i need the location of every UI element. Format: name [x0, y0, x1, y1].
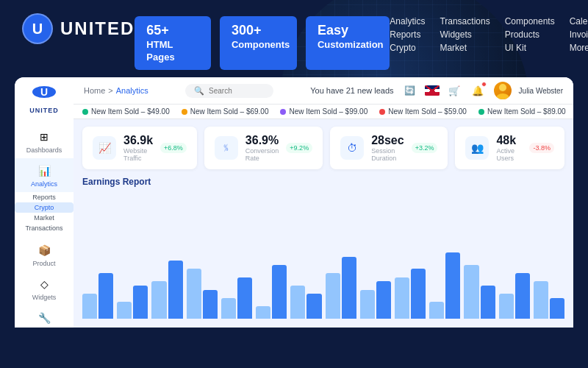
nav-invoice[interactable]: Invoice — [570, 29, 588, 40]
stat-icon: ﹪ — [215, 136, 238, 160]
stat-card: ⏱ 28sec Session Duration +3.2% — [330, 127, 448, 169]
logo-name: UNITED — [60, 18, 135, 39]
chart-bar-group — [290, 286, 321, 319]
nav-more[interactable]: More... — [570, 43, 588, 53]
sidebar-item-widgets[interactable]: ◇ Widgets — [15, 272, 74, 305]
feature-badge-0: 65+ HTML Pages — [135, 16, 211, 70]
chart-bar-group — [499, 273, 530, 319]
sidebar-logo-text: UNITED — [29, 107, 59, 114]
features-row: 65+ HTML Pages 300+ Components Easy Cust… — [135, 16, 390, 70]
nav-calendar[interactable]: Calendar — [570, 16, 588, 26]
new-leads-text: You have 21 new leads — [310, 86, 393, 95]
notification-button[interactable]: 🔔 — [469, 82, 487, 99]
earnings-section: Earnings Report — [74, 177, 573, 328]
nav-reports[interactable]: Reports — [390, 29, 425, 40]
chart-bar — [499, 294, 514, 319]
chart-area — [82, 191, 564, 322]
chart-bar — [133, 286, 148, 319]
notification-dot — [481, 82, 487, 87]
main-content: U UNITED ⊞ Dashboards 📊 Analytics Report… — [15, 77, 573, 328]
ticker-item: New Item Sold – $49.00 — [82, 107, 170, 116]
nav-crypto[interactable]: Crypto — [390, 43, 425, 53]
sidebar-item-dashboards[interactable]: ⊞ Dashboards — [15, 124, 74, 158]
stats-row: 📈 36.9k Website Traffic +6.8% ﹪ 36.9% Co… — [74, 119, 573, 177]
stat-label: Conversion Rate — [245, 147, 279, 162]
svg-point-1 — [496, 93, 509, 99]
earnings-title: Earnings Report — [82, 177, 564, 187]
chart-bar — [342, 257, 356, 319]
chart-bar — [429, 302, 444, 319]
stat-icon: 📈 — [93, 136, 116, 160]
nav-ui-kit[interactable]: UI Kit — [505, 43, 555, 53]
ticker-dot — [478, 109, 484, 115]
cart-button[interactable]: 🛒 — [445, 82, 463, 99]
svg-point-0 — [499, 84, 506, 91]
sidebar-item-settings[interactable]: 🔧 — [15, 305, 74, 328]
breadcrumb-home[interactable]: Home — [84, 86, 105, 95]
nav-col-0: Analytics Reports Crypto — [390, 16, 425, 53]
chart-bar — [117, 302, 132, 319]
stat-change: +3.2% — [412, 143, 438, 153]
search-box[interactable]: 🔍 — [185, 84, 273, 98]
ticker-text: New Item Sold – $59.00 — [388, 107, 467, 116]
chart-bar — [256, 306, 270, 319]
chart-bar-group — [395, 269, 426, 319]
ticker-bar: New Item Sold – $49.00 New Item Sold – $… — [74, 105, 573, 119]
sidebar-item-analytics[interactable]: 📊 Analytics — [15, 158, 74, 192]
chart-bar-group — [151, 261, 182, 319]
chart-bar — [395, 277, 409, 319]
avatar-image — [494, 82, 512, 99]
nav-market[interactable]: Market — [440, 43, 490, 53]
sidebar-sub-market[interactable]: Market — [15, 213, 74, 223]
nav-col-1: Transactions Widgets Market — [440, 16, 490, 53]
chart-bar — [272, 265, 287, 319]
chart-bar — [168, 261, 183, 319]
sidebar-product-label: Product — [32, 260, 55, 267]
ticker-item: New Item Sold – $69.00 — [182, 107, 269, 116]
ticker-dot — [182, 109, 187, 115]
dashboard-area: Home > Analytics 🔍 You have 21 new leads… — [74, 77, 573, 328]
nav-analytics[interactable]: Analytics — [390, 16, 425, 26]
chart-bar — [237, 277, 252, 319]
nav-widgets[interactable]: Widgets — [440, 29, 490, 40]
ticker-dot — [82, 109, 88, 115]
settings-icon: 🔧 — [36, 310, 52, 326]
sidebar-sub-crypto[interactable]: Crypto — [15, 202, 74, 213]
sidebar-sub-reports[interactable]: Reports — [15, 192, 74, 202]
chart-bar — [151, 281, 166, 319]
feature-badge-2: Easy Customization — [306, 16, 390, 70]
ticker-item: New Item Sold – $59.00 — [379, 107, 467, 116]
ticker-text: New Item Sold – $49.00 — [91, 107, 170, 116]
chart-bar-group — [117, 286, 148, 319]
nav-products[interactable]: Products — [505, 29, 555, 40]
nav-components[interactable]: Components — [505, 16, 555, 26]
nav-transactions[interactable]: Transactions — [440, 16, 490, 26]
stat-change: +9.2% — [286, 143, 312, 153]
sidebar-dashboards-label: Dashboards — [26, 146, 62, 154]
refresh-button[interactable]: 🔄 — [401, 82, 419, 99]
chart-bar-group — [82, 273, 113, 319]
chart-bar — [187, 269, 201, 319]
stat-value: 28sec — [371, 134, 404, 147]
logo-icon: U — [22, 13, 53, 44]
search-input[interactable] — [209, 87, 268, 95]
sidebar-item-product[interactable]: 📦 Product — [15, 238, 74, 272]
stat-label: Session Duration — [371, 147, 404, 162]
chart-bar-group — [360, 281, 391, 319]
feature-badge-1: 300+ Components — [220, 16, 297, 70]
chart-bar — [360, 290, 375, 319]
stat-icon: 👥 — [465, 136, 489, 160]
sidebar-sub-transactions[interactable]: Transactions — [15, 223, 74, 233]
sidebar-widgets-label: Widgets — [32, 294, 57, 301]
sidebar: U UNITED ⊞ Dashboards 📊 Analytics Report… — [15, 77, 74, 328]
stat-icon: ⏱ — [340, 136, 364, 160]
chart-bar — [326, 273, 340, 319]
chart-bar-group — [534, 281, 564, 319]
chart-bar-group — [464, 265, 495, 319]
language-flag[interactable] — [425, 85, 440, 96]
chart-bar — [98, 273, 113, 319]
chart-bar — [221, 298, 236, 319]
chart-bar — [481, 286, 495, 319]
chart-bar — [550, 298, 564, 319]
nav-col-2: Components Products UI Kit — [505, 16, 555, 53]
